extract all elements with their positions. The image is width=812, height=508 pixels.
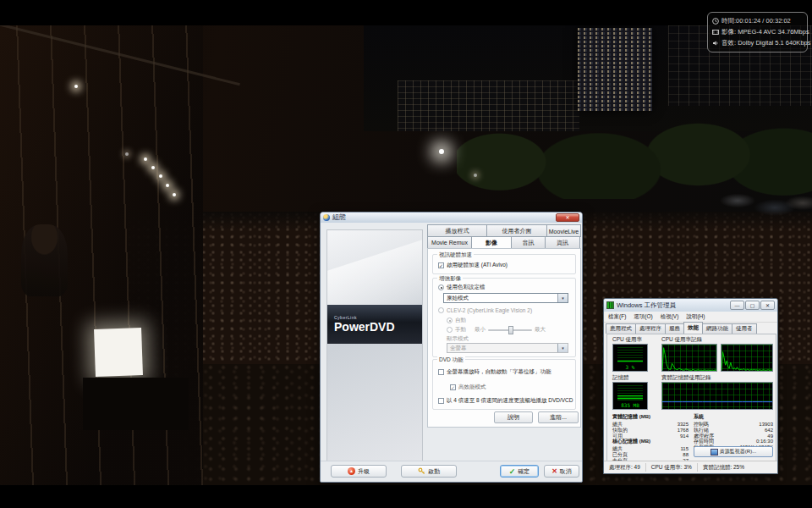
stat-row: 總共3325 (612, 422, 689, 428)
tab-user-interface[interactable]: 使用者介面 (486, 224, 547, 237)
menu-help[interactable]: 說明(H) (686, 313, 705, 321)
chevron-down-icon[interactable]: ▼ (557, 294, 568, 302)
color-profile-select[interactable]: 原始模式 ▼ (443, 293, 568, 303)
tab-movie-remux[interactable]: Movie Remux (427, 236, 472, 249)
stat-row: 已分頁88 (612, 452, 689, 458)
clock-icon (712, 18, 719, 25)
stat-row: 總共115 (612, 446, 689, 452)
dialog-title: 組態 (332, 213, 556, 222)
color-profile-radio-row: 使用色彩設定檔 (438, 284, 486, 291)
activate-button[interactable]: 啟動 (401, 465, 457, 478)
task-manager-window: Windows 工作管理員 — ▢ ✕ 檔案(F) 選項(O) 檢視(V) 說明… (603, 298, 778, 474)
tab-networking[interactable]: 網路功能 (702, 323, 732, 334)
subtitle-shift-label: 全螢幕播放時，自動啟動「字幕位移」功能 (447, 368, 551, 376)
subtitle-shift-checkbox[interactable] (438, 369, 444, 375)
taskmanager-tabs: 應用程式 處理程序 服務 效能 網路功能 使用者 (606, 322, 776, 334)
powerdvd-logo: CyberLink PowerDVD (327, 305, 422, 344)
manual-radio-row: 手動 最小 最大 (447, 326, 548, 334)
manual-radio[interactable] (447, 327, 453, 333)
kernel-memory-title: 核心記憶體 (MB) (612, 438, 689, 445)
minimize-button[interactable]: — (730, 301, 744, 310)
smooth-playback-checkbox[interactable] (438, 398, 444, 404)
activate-button-label: 啟動 (428, 467, 440, 476)
tab-processes[interactable]: 處理程序 (635, 323, 666, 334)
close-button[interactable]: ✕ (760, 301, 775, 310)
powerdvd-logo-panel: CyberLink PowerDVD (326, 229, 423, 465)
display-mode-select[interactable]: 全螢幕 ▼ (447, 343, 568, 353)
powerdvd-product-text: PowerDVD (334, 320, 422, 334)
taskmanager-titlebar[interactable]: Windows 工作管理員 — ▢ ✕ (604, 299, 777, 312)
upgrade-button[interactable]: ▲ 升級 (331, 465, 387, 478)
tab-users[interactable]: 使用者 (732, 323, 757, 334)
memory-usage-gauge: 835 MB (612, 382, 648, 410)
dvd-features-group: DVD 功能 全螢幕播放時，自動啟動「字幕位移」功能 ✓ 高效能模式 以 4 倍… (432, 359, 576, 410)
advanced-button[interactable]: 進階... (538, 411, 579, 423)
tab-information[interactable]: 資訊 (545, 236, 580, 249)
osd-video-row: 影像: MPEG-4 AVC 34.76Mbps (712, 26, 803, 37)
high-performance-label: 高效能模式 (458, 384, 486, 391)
spotlight (474, 174, 477, 177)
tab-services[interactable]: 服務 (665, 323, 684, 334)
minimize-icon: — (735, 303, 740, 308)
maximize-button[interactable]: ▢ (745, 301, 760, 310)
performance-tab-panel: CPU 使用率 CPU 使用率記錄 3 % 記憶體 實體記憶體使用記錄 835 … (606, 334, 776, 462)
cpu-history-graph-2 (721, 344, 773, 372)
smooth-playback-label: 以 4 倍速至 8 倍速間的速度更流暢地播放 DVD/VCD (447, 397, 573, 405)
hw-accel-group: 視訊硬體加速 ✓ 啟用硬體加速 (ATI Avivo) (432, 254, 576, 274)
resource-monitor-label: 資源監視器(R)... (720, 448, 756, 456)
resource-monitor-icon (710, 449, 718, 456)
menu-options[interactable]: 選項(O) (634, 313, 652, 321)
auto-label: 自動 (455, 317, 466, 324)
stage-white-screen (94, 328, 143, 377)
check-icon: ✓ (439, 263, 443, 268)
tab-player[interactable]: 播放程式 (427, 224, 487, 237)
cancel-button[interactable]: ✕ 取消 (544, 465, 579, 478)
spotlight (125, 152, 129, 156)
center-stage-light (439, 149, 444, 154)
cpu-usage-label: CPU 使用率 (612, 336, 642, 344)
close-button[interactable]: ✕ (556, 213, 579, 222)
dialog-titlebar[interactable]: 組態 ✕ (321, 213, 582, 223)
help-button[interactable]: 說明 (494, 411, 533, 423)
physical-memory-group: 實體記憶體 (MB) 總共3325快取的1768可用914 (612, 413, 689, 439)
resource-monitor-button[interactable]: 資源監視器(R)... (694, 446, 773, 457)
auto-radio-row: 自動 (447, 317, 466, 324)
check-icon: ✓ (451, 385, 455, 390)
auto-radio[interactable] (447, 318, 453, 323)
tab-video[interactable]: 影像 (471, 236, 512, 249)
stat-row: 處理程序49 (694, 433, 773, 439)
ok-button[interactable]: ✓ 確定 (500, 465, 539, 478)
menu-file[interactable]: 檔案(F) (608, 313, 626, 321)
tab-audio[interactable]: 音訊 (511, 236, 546, 249)
memory-history-graph (661, 382, 773, 410)
cpu-usage-gauge: 3 % (612, 344, 648, 372)
color-profile-label: 使用色彩設定檔 (447, 284, 486, 291)
clev-radio[interactable] (438, 307, 444, 313)
tab-performance[interactable]: 效能 (683, 322, 703, 334)
video-settings-panel: 視訊硬體加速 ✓ 啟用硬體加速 (ATI Avivo) 增強影像 使用色彩設定檔… (427, 248, 581, 428)
hw-accel-checkbox[interactable]: ✓ (438, 262, 444, 268)
gauge-fill (617, 395, 643, 400)
chevron-down-icon[interactable]: ▼ (557, 344, 568, 352)
osd-audio-row: 音效: Dolby Digital 5.1 640Kbps (712, 37, 803, 48)
color-profile-radio[interactable] (438, 284, 444, 290)
ok-check-icon: ✓ (509, 467, 516, 476)
advanced-button-label: 進階... (550, 413, 567, 422)
slider-thumb[interactable] (508, 326, 513, 334)
tab-moovielive[interactable]: MoovieLive (546, 224, 581, 237)
enhance-level-slider[interactable] (488, 329, 532, 331)
tab-applications[interactable]: 應用程式 (606, 323, 636, 334)
cancel-button-label: 取消 (560, 467, 572, 476)
maximize-icon: ▢ (750, 302, 755, 308)
powerdvd-config-dialog: 組態 ✕ CyberLink PowerDVD 播放程式 使用者介面 Moovi… (320, 212, 583, 483)
high-performance-checkbox[interactable]: ✓ (450, 384, 456, 390)
taskmanager-statusbar: 處理程序: 49 CPU 使用率: 3% 實體記憶體: 25% (604, 461, 777, 473)
tents-right (719, 182, 812, 229)
system-title: 系統 (694, 413, 773, 421)
status-cpu: CPU 使用率: 3% (646, 463, 698, 472)
menu-view[interactable]: 檢視(V) (661, 313, 679, 321)
enhance-video-group: 增強影像 使用色彩設定檔 原始模式 ▼ CLEV-2 (CyberLink Ea… (432, 278, 576, 357)
stage-monitor (83, 378, 189, 430)
memory-usage-value: 835 MB (613, 402, 647, 408)
taskmanager-title: Windows 工作管理員 (617, 301, 729, 310)
